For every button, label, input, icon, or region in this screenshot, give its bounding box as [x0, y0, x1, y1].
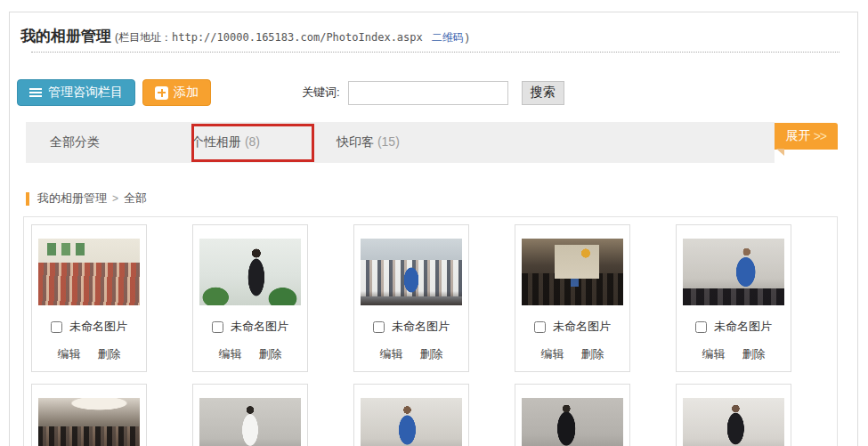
- album-card: 未命名图片 编辑 删除: [31, 224, 147, 372]
- breadcrumb: 我的相册管理 > 全部: [26, 191, 845, 207]
- card-links-row: 编辑 删除: [677, 346, 791, 362]
- column-address-prefix: (栏目地址：: [115, 30, 172, 45]
- tab-label: 个性相册: [191, 134, 241, 149]
- keyword-input[interactable]: [348, 81, 508, 105]
- search-button[interactable]: 搜索: [522, 81, 564, 105]
- photo-thumbnail[interactable]: [199, 239, 301, 305]
- manage-categories-label: 管理咨询栏目: [48, 85, 123, 101]
- category-tabbar: 全部分类 个性相册 (8) 快印客 (15): [26, 122, 775, 163]
- photo-thumbnail[interactable]: [38, 239, 140, 305]
- column-url: http://10000.165183.com/PhotoIndex.aspx: [172, 31, 423, 44]
- expand-label: 展开: [786, 128, 811, 144]
- tab-kuaiyinke[interactable]: 快印客 (15): [337, 134, 400, 150]
- delete-link[interactable]: 删除: [259, 346, 282, 362]
- add-label: 添加: [174, 85, 199, 101]
- photo-thumbnail[interactable]: [522, 398, 623, 446]
- manage-categories-button[interactable]: 管理咨询栏目: [17, 79, 135, 106]
- photo-thumbnail[interactable]: [522, 239, 623, 305]
- card-title: 未命名图片: [553, 319, 611, 335]
- delete-link[interactable]: 删除: [98, 346, 121, 362]
- keyword-label: 关键词:: [302, 85, 340, 101]
- dotted-divider: [31, 52, 840, 53]
- card-links-row: 编辑 删除: [354, 346, 468, 362]
- album-card: 未命名图片 编辑 删除: [31, 384, 147, 446]
- toolbar: 管理咨询栏目 添加 关键词: 搜索: [17, 79, 845, 106]
- card-checkbox[interactable]: [51, 321, 62, 333]
- delete-link[interactable]: 删除: [742, 346, 766, 362]
- breadcrumb-current: 全部: [124, 191, 147, 207]
- tab-label: 快印客: [337, 134, 374, 149]
- page-title: 我的相册管理: [20, 26, 111, 46]
- photo-thumbnail[interactable]: [38, 398, 140, 446]
- album-grid: 未命名图片 编辑 删除 未命名图片 编辑 删除 未命名图片 编辑 删除: [23, 216, 838, 446]
- card-links-row: 编辑 删除: [515, 346, 629, 362]
- column-address-suffix: ): [466, 31, 469, 44]
- chevron-right-icon: >>: [814, 129, 826, 143]
- delete-link[interactable]: 删除: [581, 346, 604, 362]
- card-check-row: 未命名图片: [354, 319, 468, 335]
- plus-icon: [155, 86, 168, 100]
- album-card: 未命名图片 编辑 删除: [353, 224, 469, 372]
- photo-thumbnail[interactable]: [683, 398, 784, 446]
- qr-code-link[interactable]: 二维码: [432, 30, 464, 45]
- card-check-row: 未命名图片: [677, 319, 791, 335]
- header: 我的相册管理 (栏目地址： http://10000.165183.com/Ph…: [10, 12, 857, 61]
- tab-count: (8): [245, 134, 260, 149]
- photo-thumbnail[interactable]: [361, 239, 462, 305]
- edit-link[interactable]: 编辑: [58, 346, 81, 362]
- album-card: 未命名图片 编辑 删除: [515, 224, 630, 372]
- card-check-row: 未命名图片: [193, 319, 307, 335]
- card-title: 未命名图片: [392, 319, 450, 335]
- album-card: 未命名图片 编辑 删除: [515, 384, 630, 446]
- album-card: 未命名图片 编辑 删除: [192, 384, 308, 446]
- card-title: 未命名图片: [714, 319, 772, 335]
- card-title: 未命名图片: [69, 319, 127, 335]
- tab-count: (15): [377, 134, 400, 149]
- breadcrumb-root[interactable]: 我的相册管理: [37, 191, 107, 207]
- album-card: 未命名图片 编辑 删除: [676, 384, 791, 446]
- album-card: 未命名图片 编辑 删除: [676, 224, 791, 372]
- photo-thumbnail[interactable]: [683, 239, 784, 305]
- add-button[interactable]: 添加: [142, 79, 211, 106]
- breadcrumb-marker: [26, 192, 29, 206]
- card-check-row: 未命名图片: [515, 319, 629, 335]
- card-title: 未命名图片: [231, 319, 288, 335]
- tab-label: 全部分类: [50, 134, 100, 149]
- tab-personal-album[interactable]: 个性相册 (8): [191, 134, 260, 150]
- hamburger-icon: [29, 88, 42, 97]
- edit-link[interactable]: 编辑: [380, 346, 403, 362]
- edit-link[interactable]: 编辑: [541, 346, 564, 362]
- card-check-row: 未命名图片: [32, 319, 146, 335]
- expand-button[interactable]: 展开 >>: [775, 123, 838, 150]
- photo-thumbnail[interactable]: [199, 398, 301, 446]
- delete-link[interactable]: 删除: [420, 346, 443, 362]
- breadcrumb-separator: >: [112, 192, 118, 205]
- photo-thumbnail[interactable]: [361, 398, 462, 446]
- page-container: 我的相册管理 (栏目地址： http://10000.165183.com/Ph…: [9, 12, 858, 446]
- category-tabbar-wrap: 全部分类 个性相册 (8) 快印客 (15) 展开 >>: [26, 122, 838, 163]
- album-card: 未命名图片 编辑 删除: [353, 384, 469, 446]
- edit-link[interactable]: 编辑: [219, 346, 242, 362]
- keyword-search-group: 关键词: 搜索: [302, 81, 564, 105]
- card-checkbox[interactable]: [212, 321, 223, 333]
- edit-link[interactable]: 编辑: [702, 346, 726, 362]
- card-checkbox[interactable]: [534, 321, 546, 333]
- card-links-row: 编辑 删除: [32, 346, 146, 362]
- tab-all-categories[interactable]: 全部分类: [50, 134, 100, 150]
- card-checkbox[interactable]: [373, 321, 385, 333]
- card-checkbox[interactable]: [695, 321, 707, 333]
- album-card: 未命名图片 编辑 删除: [192, 224, 308, 372]
- card-links-row: 编辑 删除: [193, 346, 307, 362]
